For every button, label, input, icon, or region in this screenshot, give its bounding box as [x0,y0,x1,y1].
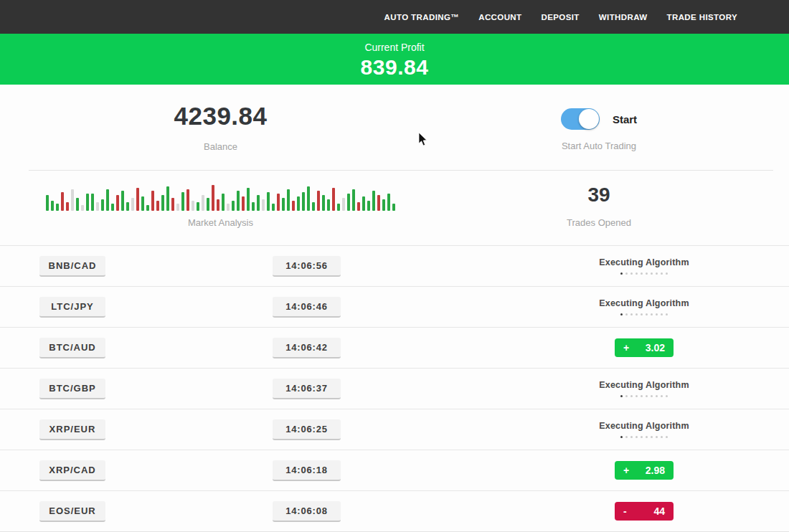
chart-bar [367,201,370,211]
chart-bar [171,198,174,211]
chart-bar [217,199,219,211]
top-navigation: AUTO TRADING™ACCOUNTDEPOSITWITHDRAWTRADE… [0,0,789,34]
chart-bar [126,202,129,211]
time-badge: 14:06:42 [273,338,341,358]
progress-dot [646,313,648,315]
chart-bar [337,204,340,211]
chart-bar [111,204,114,211]
chart-bar [247,188,250,211]
time-badge: 14:06:46 [273,297,341,318]
chart-bar [51,201,54,211]
chart-bar [227,204,230,211]
chart-bar [362,196,365,211]
time-badge: 14:06:37 [273,379,341,399]
progress-dot [656,395,658,397]
status-cell: +2.98 [587,450,701,490]
chart-bar [257,195,260,211]
result-badge-profit: +3.02 [615,338,674,357]
chart-bar [202,195,204,211]
chart-bar [156,201,159,211]
chart-bar [116,195,119,211]
chart-bar [66,202,69,211]
nav-item-deposit[interactable]: DEPOSIT [542,13,580,22]
trades-opened-block: 39 Trades Opened [502,171,696,228]
progress-dot [636,436,638,438]
balance-label: Balance [39,141,402,152]
chart-bar [46,195,49,211]
nav-item-account[interactable]: ACCOUNT [478,13,521,22]
progress-dots [620,436,668,438]
auto-trading-block: Start Start Auto Trading [502,85,696,151]
progress-dot [630,272,633,275]
chart-bar [76,198,79,211]
pair-badge: BNB/CAD [39,256,105,277]
chart-bar [317,191,320,211]
current-profit-label: Current Profit [0,42,789,53]
nav-item-withdraw[interactable]: WITHDRAW [599,13,648,22]
chart-bar [357,202,360,211]
chart-bar [146,205,149,211]
progress-dot [620,272,623,275]
table-row: EOS/EUR14:06:08-44 [0,490,789,531]
result-sign: + [623,342,629,353]
nav-item-trade-history[interactable]: TRADE HISTORY [667,13,738,22]
executing-algorithm-text: Executing Algorithm [599,380,689,390]
chart-bar [61,192,64,211]
status-cell: -44 [587,491,701,531]
progress-dot [651,436,653,438]
chart-bar [312,202,315,211]
chart-bar [297,196,300,211]
stats-row-market: Market Analysis 39 Trades Opened [0,171,789,245]
chart-bar [322,195,325,211]
progress-dot [620,313,623,315]
progress-dot [656,272,658,275]
progress-dot [661,272,663,275]
chart-bar [352,189,355,211]
progress-dot [641,395,643,397]
chart-bar [86,194,89,211]
trades-opened-label: Trades Opened [502,217,696,228]
chart-bar [141,196,144,211]
balance-block: 4239.84 Balance [39,85,402,152]
executing-algorithm-text: Executing Algorithm [599,257,689,267]
market-analysis-block: Market Analysis [39,171,402,228]
result-value: 44 [653,505,665,517]
chart-bar [186,189,189,211]
auto-trading-toggle[interactable] [561,108,600,130]
chart-bar [242,196,245,211]
chart-bar [222,194,225,211]
chart-bar [192,201,194,211]
chart-bar [382,199,385,211]
toggle-label: Start [613,113,637,125]
balance-value: 4239.84 [39,85,402,130]
nav-item-auto-trading[interactable]: AUTO TRADING™ [384,13,460,22]
trades-table: BNB/CAD14:06:56Executing AlgorithmLTC/JP… [0,245,789,532]
chart-bar [131,198,134,211]
table-row: BTC/AUD14:06:42+3.02 [0,327,789,368]
chart-bar [106,189,109,211]
table-row: LTC/JPY14:06:46Executing Algorithm [0,286,789,327]
pair-badge: BTC/AUD [39,338,105,358]
table-row: XRP/CAD14:06:18+2.98 [0,450,789,490]
progress-dots [620,395,668,397]
pair-badge: EOS/EUR [39,501,105,522]
progress-dot [651,313,653,315]
chart-bar [307,186,310,211]
trades-opened-value: 39 [502,171,696,206]
chart-bar [347,194,350,211]
chart-bar [342,198,345,211]
time-badge: 14:06:56 [273,256,341,277]
status-cell: Executing Algorithm [587,287,701,327]
pair-badge: BTC/GBP [39,379,105,399]
progress-dot [646,272,648,275]
table-row: BTC/GBP14:06:37Executing Algorithm [0,368,789,409]
progress-dot [666,436,668,438]
progress-dot [641,436,643,438]
chart-bar [372,191,375,211]
chart-bar [151,191,154,211]
progress-dot [625,395,628,397]
progress-dot [651,272,653,275]
progress-dot [625,436,628,438]
chart-bar [176,204,179,211]
chart-bar [392,204,395,211]
